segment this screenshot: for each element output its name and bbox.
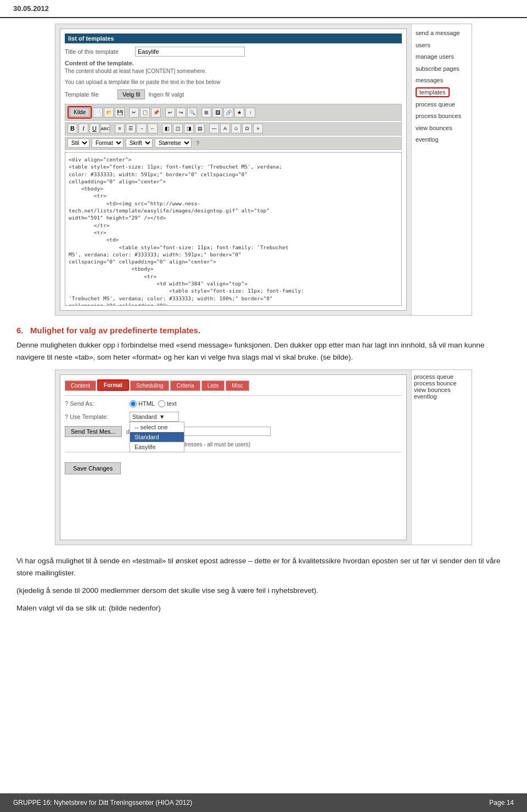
- html-radio-label[interactable]: HTML: [130, 400, 155, 407]
- tb-redo[interactable]: ↪: [176, 108, 186, 117]
- tb2-hr[interactable]: —: [209, 124, 219, 133]
- body-para1: Denne muligheten dukker opp i forbindels…: [16, 339, 511, 364]
- send-as-row: ? Send As: HTML text: [65, 400, 402, 407]
- sidebar-messages[interactable]: messages: [414, 75, 469, 87]
- ss2-sidebar: process queue process bounce view bounce…: [411, 370, 472, 545]
- tb-table[interactable]: ⊞: [201, 108, 211, 117]
- toolbar-row2: B I U ABC ≡ ☰ → ← ◧ ◫ ◨ ▤ — A ☺ Ω »: [65, 122, 402, 136]
- body-para3: (kjedelig å sende til 2000 medlemmer der…: [16, 585, 511, 597]
- sidebar-view-bounces[interactable]: view bounces: [414, 122, 469, 135]
- template-file-row: Template file Velg fil Ingen fil valgt: [65, 89, 402, 99]
- save-changes-button[interactable]: Save Changes: [65, 462, 121, 474]
- header-date: 30.05.2012: [13, 4, 49, 13]
- use-template-label: ? Use Template:: [65, 413, 125, 420]
- sidebar-users[interactable]: users: [414, 40, 469, 52]
- sidebar-process-bounces[interactable]: process bounces: [414, 110, 469, 122]
- kilde-wrapper: Kilde: [68, 106, 92, 119]
- tab-lists[interactable]: Lists: [201, 380, 225, 391]
- tb2-left[interactable]: ◧: [162, 124, 172, 133]
- tb-cut[interactable]: ✂: [129, 108, 139, 117]
- font-select[interactable]: Skrift: [126, 138, 153, 148]
- template-dropdown[interactable]: Standard ▼ -- select one Standard Easyli…: [130, 412, 179, 422]
- tb2-right[interactable]: ◨: [184, 124, 194, 133]
- dropdown-arrow[interactable]: ▼: [159, 413, 165, 420]
- sidebar-process-queue[interactable]: process queue: [414, 99, 469, 111]
- send-as-label: ? Send As:: [65, 400, 125, 407]
- tb-copy[interactable]: 📋: [140, 108, 150, 117]
- tb2-outdent[interactable]: ←: [148, 124, 158, 133]
- tb-more1[interactable]: ★: [234, 108, 244, 117]
- tb2-italic[interactable]: I: [79, 124, 88, 133]
- content-sublabel1: The content should at least have [CONTEN…: [65, 68, 402, 75]
- size-select[interactable]: Størrelse: [155, 138, 192, 148]
- style-select[interactable]: Stil: [68, 138, 89, 148]
- send-test-button[interactable]: Send Test Mes...: [65, 426, 122, 437]
- ingen-fil-text: Ingen fil valgt: [148, 91, 184, 98]
- tb2-center[interactable]: ◫: [173, 124, 183, 133]
- tb2-indent[interactable]: →: [137, 124, 147, 133]
- tb2-color[interactable]: A: [220, 124, 230, 133]
- tb-find[interactable]: 🔍: [187, 108, 197, 117]
- tb2-more[interactable]: »: [253, 124, 263, 133]
- main-content: list of templates Title of this template…: [0, 18, 527, 653]
- text-radio-label[interactable]: text: [158, 400, 177, 407]
- option-easylife[interactable]: Easylife: [130, 442, 184, 452]
- tb-paste[interactable]: 📌: [151, 108, 161, 117]
- tab-misc[interactable]: Misc: [226, 380, 249, 391]
- templates-circle: templates: [416, 87, 450, 97]
- tb-undo[interactable]: ↩: [165, 108, 175, 117]
- ss1-sidebar: send a message users manage users subscr…: [411, 24, 472, 315]
- tb2-underline[interactable]: U: [89, 124, 99, 133]
- ss2-sidebar-process-bounces[interactable]: process bounce: [414, 380, 457, 387]
- tab-criteria[interactable]: Criteria: [170, 380, 200, 391]
- tb2-special[interactable]: Ω: [242, 124, 252, 133]
- html-radio[interactable]: [130, 400, 137, 407]
- ss2-main-area: Content Format Scheduling Criteria Lists…: [60, 374, 407, 540]
- tb-more2[interactable]: ↑: [245, 108, 255, 117]
- tab-format[interactable]: Format: [97, 379, 129, 391]
- format-select[interactable]: Format: [92, 138, 124, 148]
- tabs-row: Content Format Scheduling Criteria Lists…: [65, 379, 402, 391]
- sidebar-subscribe-pages[interactable]: subscribe pages: [414, 63, 469, 75]
- text-radio[interactable]: [158, 400, 165, 407]
- ss2-sidebar-view-bounces[interactable]: view bounces: [414, 387, 451, 393]
- sidebar-send-message[interactable]: send a message: [414, 27, 469, 40]
- section6-heading: 6. Mulighet for valg av predefinerte tem…: [16, 326, 511, 335]
- ss2-sidebar-eventlog[interactable]: eventlog: [414, 393, 437, 400]
- section-title: Mulighet for valg av predefinerte templa…: [30, 326, 200, 335]
- tb2-ul[interactable]: ≡: [115, 124, 125, 133]
- code-area[interactable]: <div align="center"> <table style="font-…: [65, 152, 402, 306]
- tb2-ol[interactable]: ☰: [126, 124, 136, 133]
- tb-open[interactable]: 📂: [104, 108, 114, 117]
- address-hint-row: (comma separated addresses - all must be…: [65, 441, 402, 447]
- velg-fil-button[interactable]: Velg fil: [117, 89, 145, 99]
- tb2-smiley[interactable]: ☺: [231, 124, 241, 133]
- footer-left: GRUPPE 16: Nyhetsbrev for Ditt Treningss…: [13, 799, 192, 807]
- page-footer: GRUPPE 16: Nyhetsbrev for Ditt Treningss…: [0, 793, 527, 812]
- section-number: 6.: [16, 326, 24, 335]
- footer-right: Page 14: [489, 799, 514, 807]
- screenshot1-container: list of templates Title of this template…: [55, 24, 472, 316]
- tb-img[interactable]: 🖼: [212, 108, 222, 117]
- kilde-button[interactable]: Kilde: [70, 108, 89, 117]
- tb2-justify[interactable]: ▤: [195, 124, 205, 133]
- option-select-one[interactable]: -- select one: [130, 422, 184, 432]
- title-input[interactable]: [135, 47, 245, 57]
- tb-save[interactable]: 💾: [115, 108, 125, 117]
- option-standard[interactable]: Standard: [130, 432, 184, 442]
- sidebar-manage-users[interactable]: manage users: [414, 51, 469, 63]
- sidebar-eventlog[interactable]: eventlog: [414, 134, 469, 146]
- tb-link[interactable]: 🔗: [223, 108, 233, 117]
- sidebar-templates[interactable]: templates: [418, 88, 447, 97]
- tb-new[interactable]: 📄: [93, 108, 103, 117]
- ss2-sidebar-process-queue[interactable]: process queue: [414, 373, 453, 380]
- tab-content[interactable]: Content: [65, 380, 96, 391]
- tb2-bold[interactable]: B: [68, 124, 77, 133]
- body-para2: Vi har også mulighet til å sende en «tes…: [16, 555, 511, 580]
- format-row: Stil Format Skrift Størrelse ?: [65, 137, 402, 150]
- tab-scheduling[interactable]: Scheduling: [130, 380, 169, 391]
- tb2-abc[interactable]: ABC: [100, 124, 110, 133]
- use-template-row: ? Use Template: Standard ▼ -- select one…: [65, 412, 402, 422]
- page-header: 30.05.2012: [0, 0, 527, 18]
- send-test-row: Send Test Mes... ddress(es):: [65, 426, 402, 437]
